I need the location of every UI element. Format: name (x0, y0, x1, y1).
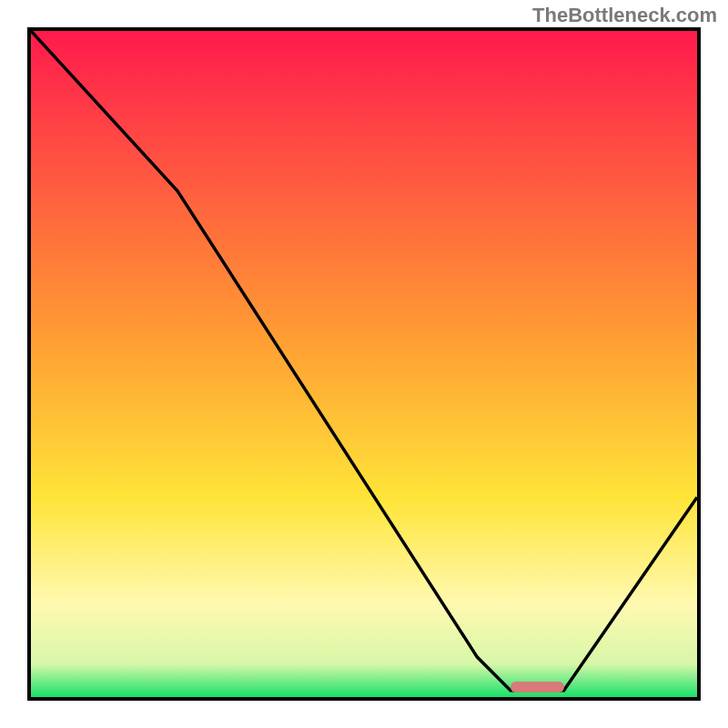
plot-area (27, 27, 701, 701)
watermark-text: TheBottleneck.com (532, 4, 717, 27)
chart-container: TheBottleneck.com (0, 0, 728, 728)
optimal-range-marker (511, 682, 564, 693)
bottleneck-curve (31, 31, 697, 697)
